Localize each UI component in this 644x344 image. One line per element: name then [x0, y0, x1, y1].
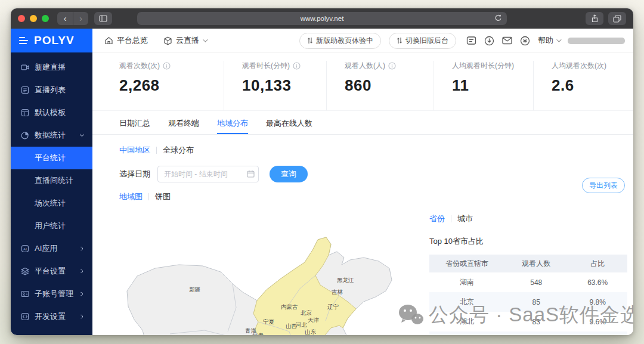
svg-text:吉林: 吉林 — [332, 289, 343, 295]
account-name-redacted[interactable] — [568, 38, 625, 44]
share-icon — [591, 14, 599, 23]
cell-percent: 5.4% — [568, 331, 627, 335]
stat-viewer-count: 观看人数(人) 860 — [326, 61, 434, 110]
table-row: 湖南 548 63.6% — [429, 272, 627, 292]
stat-value: 2.6 — [552, 76, 612, 95]
sidebar-item-session-statistics[interactable]: 场次统计 — [11, 192, 92, 215]
info-icon[interactable] — [388, 62, 396, 70]
stat-label: 观看时长(分钟) — [242, 61, 290, 71]
mail-icon[interactable] — [502, 36, 512, 45]
date-range-input[interactable] — [157, 166, 259, 182]
chevron-down-icon — [556, 37, 561, 42]
stat-label: 观看人数(人) — [345, 61, 385, 71]
sidebar-item-platform-statistics[interactable]: 平台统计 — [11, 147, 92, 169]
stat-value: 11 — [452, 76, 516, 95]
tabs-overview-button[interactable] — [608, 12, 626, 25]
city-link[interactable]: 城市 — [457, 213, 473, 224]
sidebar-item-developer-settings[interactable]: 开发设置 — [11, 305, 92, 328]
url-text: www.polyv.net — [301, 15, 344, 22]
province-link[interactable]: 省份 — [429, 213, 445, 224]
cell-viewers: 548 — [504, 272, 568, 292]
sidebar-label: 用户统计 — [35, 221, 66, 231]
cell-province: 广东 — [429, 331, 504, 335]
sidebar-label: 新建直播 — [35, 62, 92, 73]
sidebar-label: 数据统计 — [35, 130, 74, 141]
download-icon[interactable] — [484, 36, 494, 46]
cell-province: 湖北 — [429, 312, 504, 331]
svg-text:内蒙古: 内蒙古 — [281, 303, 298, 310]
top10-title: Top 10省市占比 — [429, 236, 627, 247]
sidebar-item-default-template[interactable]: 默认模板 — [11, 101, 92, 124]
beta-experience-button[interactable]: 新版助教页体验中 — [299, 33, 381, 49]
browser-back-button[interactable]: ‹ — [57, 12, 73, 25]
logo-block[interactable]: POLYV — [11, 29, 92, 52]
region-map-link[interactable]: 地域图 — [119, 191, 143, 202]
address-bar[interactable]: www.polyv.net — [137, 12, 507, 25]
help-label: 帮助 — [538, 35, 553, 46]
browser-sidebar-toggle[interactable] — [94, 12, 112, 25]
minimize-window-icon[interactable] — [30, 15, 37, 22]
code-icon — [21, 312, 29, 321]
browser-forward-button[interactable]: › — [73, 12, 88, 25]
id-card-icon — [21, 290, 29, 298]
points-icon[interactable] — [520, 36, 530, 46]
tab-max-online[interactable]: 最高在线人数 — [266, 118, 312, 134]
sidebar-item-room-statistics[interactable]: 直播间统计 — [11, 169, 92, 192]
region-scope-toggle: 中国地区 全球分布 — [119, 145, 633, 156]
sidebar-item-user-statistics[interactable]: 用户统计 — [11, 215, 92, 237]
cell-viewers: 83 — [504, 312, 568, 331]
ai-icon: AI — [21, 244, 29, 253]
reload-icon[interactable] — [494, 14, 503, 23]
menu-toggle-icon[interactable] — [19, 35, 28, 46]
date-filter-row: 选择日期 查询 — [119, 166, 633, 182]
maximize-window-icon[interactable] — [42, 15, 49, 22]
date-filter-label: 选择日期 — [119, 169, 150, 179]
tab-date-summary[interactable]: 日期汇总 — [119, 118, 150, 134]
sidebar-item-ai-apps[interactable]: AI AI应用 — [11, 237, 92, 260]
nav-product-switcher[interactable]: 云直播 — [163, 35, 206, 46]
sidebar-item-new-live[interactable]: 新建直播 — [11, 56, 92, 79]
message-icon[interactable] — [466, 36, 476, 45]
export-list-button[interactable]: 导出列表 — [582, 178, 625, 193]
info-icon[interactable] — [293, 62, 301, 70]
pie-chart-link[interactable]: 饼图 — [155, 191, 171, 202]
divider — [451, 215, 451, 222]
sidebar: 新建直播 直播列表 默认模板 数据统计 平台统计 直播间统计 场次统计 用户统计… — [11, 52, 92, 335]
sidebar-label: 平台设置 — [35, 266, 74, 277]
global-region-link[interactable]: 全球分布 — [163, 145, 194, 156]
query-button[interactable]: 查询 — [270, 166, 308, 182]
sidebar-label: AI应用 — [35, 243, 74, 254]
sidebar-label: 直播间统计 — [35, 175, 73, 186]
sidebar-item-platform-settings[interactable]: 平台设置 — [11, 260, 92, 283]
column-header: 观看人数 — [504, 255, 568, 272]
main-content: 观看次数(次) 2,268 观看时长(分钟) 10,133 观看人数(人) 86… — [92, 52, 633, 335]
help-menu[interactable]: 帮助 — [538, 35, 560, 46]
calendar-icon[interactable] — [247, 170, 255, 178]
chart-view-toggle: 地域图 饼图 — [119, 191, 633, 202]
tab-region-distribution[interactable]: 地域分布 — [217, 118, 248, 134]
stats-row: 观看次数(次) 2,268 观看时长(分钟) 10,133 观看人数(人) 86… — [92, 52, 633, 110]
switch-legacy-button[interactable]: 切换旧版后台 — [389, 33, 456, 49]
svg-text:甘肃: 甘肃 — [252, 332, 264, 335]
stat-value: 2,268 — [119, 76, 207, 95]
chevron-down-icon — [203, 37, 208, 42]
close-window-icon[interactable] — [18, 15, 25, 22]
tab-view-terminal[interactable]: 观看终端 — [168, 118, 199, 134]
sidebar-item-subaccount-management[interactable]: 子账号管理 — [11, 283, 92, 305]
svg-text:AI: AI — [23, 247, 27, 251]
cell-province: 北京 — [429, 292, 504, 312]
china-region-link[interactable]: 中国地区 — [119, 145, 150, 156]
info-icon[interactable] — [163, 62, 171, 70]
svg-text:新疆: 新疆 — [189, 286, 200, 293]
traffic-lights — [18, 15, 49, 22]
nav-platform-overview[interactable]: 平台总览 — [104, 35, 148, 46]
sidebar-item-live-list[interactable]: 直播列表 — [11, 79, 92, 101]
table-row: 湖北 83 9.6% — [429, 312, 627, 331]
province-city-toggle: 省份 城市 — [429, 213, 627, 224]
sidebar-item-data-statistics[interactable]: 数据统计 — [11, 124, 92, 147]
svg-text:北京: 北京 — [301, 309, 312, 316]
share-button[interactable] — [586, 12, 603, 25]
svg-text:河北: 河北 — [295, 321, 308, 328]
column-header: 占比 — [568, 255, 627, 272]
table-row: 广东 47 5.4% — [429, 331, 627, 335]
